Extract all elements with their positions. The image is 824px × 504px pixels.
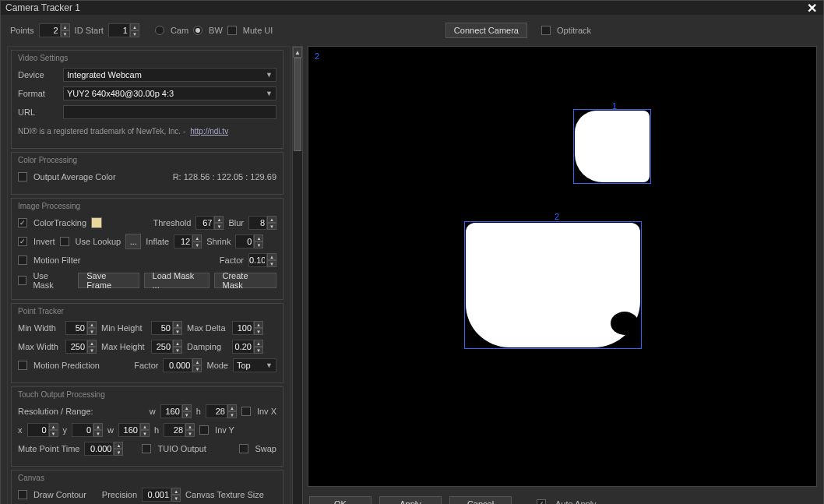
invy-check[interactable] — [199, 425, 209, 435]
factor-input[interactable]: ▲▼ — [248, 253, 276, 267]
autoapply-check[interactable] — [537, 499, 546, 504]
chevron-down-icon: ▼ — [266, 90, 273, 97]
swap-check[interactable] — [239, 444, 248, 453]
group-title: Touch Output Processing — [18, 390, 276, 399]
url-input[interactable] — [63, 105, 276, 119]
footer-buttons: OK Apply Cancel Auto Apply — [308, 492, 817, 504]
texsize-label: Canvas Texture Size — [185, 490, 264, 499]
uselookup-label: Use Lookup — [76, 237, 121, 246]
points-input[interactable]: ▲▼ — [39, 23, 70, 37]
color-processing-group: Color Processing Output Average Color R:… — [11, 152, 283, 195]
chevron-down-icon: ▼ — [266, 71, 273, 79]
mute-input[interactable]: ▲▼ — [84, 442, 123, 456]
y-input[interactable]: ▲▼ — [72, 423, 103, 437]
minwidth-input[interactable]: ▲▼ — [65, 321, 97, 335]
scrollbar-thumb[interactable] — [294, 58, 301, 151]
maxdelta-input[interactable]: ▲▼ — [232, 321, 263, 335]
color-swatch[interactable] — [91, 217, 102, 228]
ndi-link[interactable]: http://ndi.tv — [190, 127, 228, 136]
bw-radio[interactable] — [193, 26, 202, 35]
h-label: h — [196, 407, 201, 416]
window-title: Camera Tracker 1 — [5, 2, 80, 13]
loadmask-button[interactable]: Load Mask ... — [144, 273, 210, 288]
spinner-icon[interactable]: ▲▼ — [130, 23, 139, 37]
device-select[interactable]: Integrated Webcam ▼ — [63, 68, 276, 82]
x-input[interactable]: ▲▼ — [27, 423, 58, 437]
w2-label: w — [107, 425, 114, 435]
image-processing-group: Image Processing ColorTracking Threshold… — [11, 198, 283, 300]
cam-radio[interactable] — [155, 26, 164, 35]
h2-label: h — [154, 425, 159, 435]
invx-check[interactable] — [241, 407, 251, 416]
createmask-button[interactable]: Create Mask — [214, 273, 277, 288]
inflate-input[interactable]: ▲▼ — [174, 234, 202, 248]
maxwidth-input[interactable]: ▲▼ — [65, 340, 97, 354]
mute-label: Mute Point Time — [18, 444, 79, 453]
muteui-check[interactable] — [227, 26, 237, 35]
settings-panel: Video Settings Device Integrated Webcam … — [7, 46, 291, 504]
idstart-input[interactable]: ▲▼ — [108, 23, 139, 37]
maxheight-label: Max Height — [101, 342, 146, 351]
invy-label: Inv Y — [215, 425, 234, 435]
blob-1 — [575, 111, 650, 182]
minheight-input[interactable]: ▲▼ — [151, 321, 182, 335]
invert-check[interactable] — [18, 237, 27, 246]
scroll-up-icon[interactable]: ▲ — [293, 47, 302, 58]
cancel-button[interactable]: Cancel — [449, 496, 512, 504]
preview-corner-label: 2 — [315, 51, 319, 61]
ok-button[interactable]: OK — [309, 496, 372, 504]
video-settings-group: Video Settings Device Integrated Webcam … — [11, 50, 283, 149]
w-input[interactable]: ▲▼ — [160, 404, 192, 418]
usemask-check[interactable] — [18, 276, 26, 285]
pt-factor-input[interactable]: ▲▼ — [163, 358, 202, 372]
drawcontour-check[interactable] — [18, 490, 27, 499]
optitrack-check[interactable] — [541, 26, 551, 35]
w2-input[interactable]: ▲▼ — [118, 423, 150, 437]
swap-label: Swap — [255, 444, 276, 453]
shrink-input[interactable]: ▲▼ — [235, 234, 263, 248]
blob-2-dent — [611, 312, 639, 335]
colortracking-check[interactable] — [18, 218, 27, 227]
maxheight-input[interactable]: ▲▼ — [151, 340, 182, 354]
minheight-label: Min Height — [101, 323, 146, 333]
motionfilter-check[interactable] — [18, 256, 27, 265]
url-label: URL — [18, 107, 58, 117]
motionpred-check[interactable] — [18, 361, 27, 370]
ndi-text: NDI® is a registered trademark of NewTek… — [18, 127, 185, 136]
track-label-2: 2 — [555, 212, 559, 221]
spinner-icon[interactable]: ▲▼ — [61, 23, 70, 37]
group-title: Color Processing — [18, 156, 276, 164]
drawcontour-label: Draw Contour — [33, 490, 86, 499]
point-tracker-group: Point Tracker Min Width ▲▼ Min Height ▲▼ — [11, 303, 283, 383]
mode-select[interactable]: Top ▼ — [233, 358, 276, 372]
shrink-label: Shrink — [206, 237, 231, 246]
usemask-label: Use Mask — [33, 271, 69, 290]
bw-label: BW — [209, 26, 223, 35]
invert-label: Invert — [33, 237, 55, 246]
pt-factor-label: Factor — [134, 361, 158, 370]
uselookup-check[interactable] — [60, 237, 69, 246]
saveframe-button[interactable]: Save Frame — [78, 273, 139, 288]
close-icon[interactable]: ✕ — [805, 1, 819, 15]
precision-input[interactable]: ▲▼ — [142, 488, 181, 502]
chevron-down-icon: ▼ — [266, 361, 273, 369]
h2-input[interactable]: ▲▼ — [164, 423, 195, 437]
threshold-input[interactable]: ▲▼ — [195, 216, 224, 230]
apply-button[interactable]: Apply — [379, 496, 442, 504]
damping-input[interactable]: ▲▼ — [232, 340, 263, 354]
threshold-label: Threshold — [153, 218, 192, 227]
factor-label: Factor — [220, 256, 244, 265]
h-input[interactable]: ▲▼ — [206, 404, 237, 418]
tuio-check[interactable] — [142, 444, 151, 453]
blur-label: Blur — [228, 218, 244, 227]
touch-output-group: Touch Output Processing Resolution / Ran… — [11, 386, 283, 467]
scrollbar[interactable]: ▲ ▼ — [292, 46, 303, 504]
muteui-label: Mute UI — [243, 26, 273, 35]
output-avg-check[interactable] — [18, 172, 27, 182]
motionpred-label: Motion Prediction — [33, 361, 100, 370]
blur-input[interactable]: ▲▼ — [248, 216, 276, 230]
lookup-button[interactable]: ... — [125, 234, 141, 249]
format-select[interactable]: YUY2 640x480@30.00p 4:3 ▼ — [63, 86, 276, 100]
connect-camera-button[interactable]: Connect Camera — [445, 23, 527, 38]
autoapply-label: Auto Apply — [555, 499, 597, 504]
